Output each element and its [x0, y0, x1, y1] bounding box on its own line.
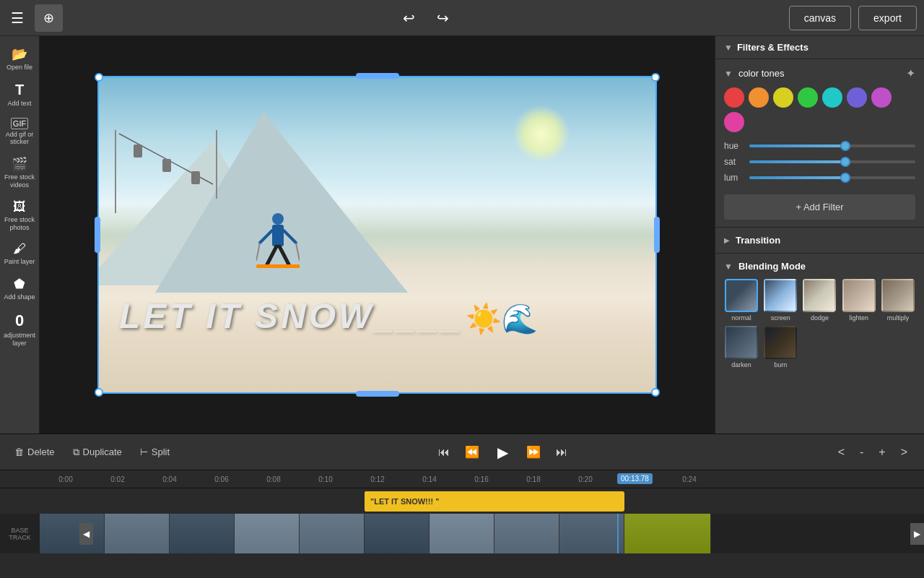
- video-thumb-10: [624, 514, 711, 553]
- text-overlay: LET IT SNOW____: [119, 296, 463, 336]
- swatch-purple[interactable]: [871, 87, 892, 108]
- step-forward-button[interactable]: ⏩: [520, 441, 546, 462]
- lum-slider[interactable]: [749, 176, 915, 179]
- ruler-mark-014: 0:14: [404, 475, 456, 483]
- zoom-back-button[interactable]: <: [832, 444, 850, 461]
- sidebar-item-add-text[interactable]: T Add text: [0, 77, 39, 112]
- duplicate-label: Duplicate: [83, 447, 122, 457]
- sidebar-item-add-shape[interactable]: ⬟ Add shape: [0, 272, 39, 306]
- step-back-button[interactable]: ⏪: [459, 441, 485, 462]
- delete-button[interactable]: 🗑 Delete: [11, 443, 58, 461]
- export-button[interactable]: export: [858, 6, 917, 30]
- blend-thumb-screen: [764, 279, 797, 312]
- scroll-left-button[interactable]: ◀: [79, 523, 93, 545]
- blend-normal[interactable]: normal: [724, 279, 759, 322]
- sidebar-label-paint-layer: Paint layer: [4, 258, 35, 266]
- zoom-minus-button[interactable]: -: [854, 444, 869, 461]
- blend-thumb-lighten: [842, 279, 876, 312]
- ruler-mark-020: 0:20: [559, 475, 611, 483]
- undo-button[interactable]: ↩: [396, 6, 422, 30]
- zoom-plus-button[interactable]: +: [873, 444, 891, 461]
- sidebar-item-adjustment[interactable]: 0 adjustment layer: [0, 307, 39, 352]
- playhead: [617, 514, 619, 553]
- transition-section[interactable]: ▶ Transition: [715, 228, 924, 254]
- svg-line-10: [256, 243, 260, 261]
- hamburger-button[interactable]: ☰: [7, 6, 27, 30]
- timeline-tracks: "LET IT SNOW!!! " BASE TRACK ◀: [0, 488, 924, 578]
- svg-rect-14: [256, 264, 282, 268]
- blend-darken[interactable]: darken: [724, 326, 759, 368]
- sidebar-item-open-file[interactable]: 📂 Open file: [0, 42, 39, 76]
- split-button[interactable]: ⊢ Split: [136, 443, 173, 461]
- blend-thumb-multiply: [881, 279, 915, 312]
- swatch-orange[interactable]: [749, 87, 769, 108]
- swatch-yellow[interactable]: [773, 87, 793, 108]
- video-thumb-8: [494, 514, 559, 553]
- color-tones-section: ▼ color tones ✦ hue: [715, 59, 924, 228]
- hue-slider[interactable]: [749, 144, 915, 147]
- sidebar-item-free-stock-videos[interactable]: 🎬 Free stock videos: [0, 152, 39, 194]
- hue-label: hue: [724, 141, 742, 151]
- video-container[interactable]: LET IT SNOW____ ☀️🌊: [97, 76, 657, 394]
- blend-label-normal: normal: [731, 314, 751, 322]
- add-filter-button[interactable]: + Add Filter: [724, 194, 915, 220]
- sat-slider-row: sat: [724, 157, 915, 167]
- sat-slider[interactable]: [749, 160, 915, 163]
- star-icon[interactable]: ✦: [906, 66, 915, 80]
- zoom-controls: < - + >: [832, 444, 913, 461]
- blend-burn[interactable]: burn: [763, 326, 798, 368]
- base-track-content[interactable]: ◀ ▶: [40, 514, 924, 553]
- swatch-blue[interactable]: [847, 87, 867, 108]
- swatch-cyan[interactable]: [822, 87, 842, 108]
- sidebar-label-adjustment: adjustment layer: [3, 332, 36, 348]
- playback-controls: 🗑 Delete ⧉ Duplicate ⊢ Split ⏮ ⏪ ▶ ⏩ ⏭ <…: [0, 434, 924, 470]
- scroll-right-button[interactable]: ▶: [910, 523, 924, 545]
- add-gif-icon: GIF: [11, 118, 28, 129]
- blend-screen[interactable]: screen: [763, 279, 798, 322]
- sidebar-label-add-gif: Add gif or sticker: [3, 131, 36, 147]
- svg-line-8: [260, 230, 272, 243]
- canvas-button[interactable]: canvas: [789, 6, 851, 30]
- blend-lighten[interactable]: lighten: [842, 279, 876, 322]
- sidebar-item-add-gif[interactable]: GIF Add gif or sticker: [0, 113, 39, 151]
- delete-icon: 🗑: [14, 447, 24, 457]
- skier-figure: [256, 210, 300, 285]
- skip-to-start-button[interactable]: ⏮: [432, 442, 456, 462]
- duplicate-button[interactable]: ⧉ Duplicate: [69, 443, 126, 462]
- ruler-mark-002: 0:02: [92, 475, 144, 483]
- blend-label-burn: burn: [774, 361, 787, 368]
- redo-button[interactable]: ↪: [430, 6, 456, 30]
- sidebar-item-paint-layer[interactable]: 🖌 Paint layer: [0, 237, 39, 270]
- zoom-forward-button[interactable]: >: [895, 444, 913, 461]
- text-clip[interactable]: "LET IT SNOW!!! ": [365, 491, 624, 512]
- svg-rect-3: [191, 171, 200, 184]
- emoji-overlay: ☀️🌊: [466, 302, 538, 336]
- collapse-blending-icon[interactable]: ▼: [724, 262, 733, 272]
- blend-dodge[interactable]: dodge: [802, 279, 837, 322]
- collapse-color-tones-icon[interactable]: ▼: [724, 69, 733, 79]
- collapse-filters-icon[interactable]: ▼: [724, 43, 733, 53]
- blending-grid: normal screen dodge lighten: [724, 279, 915, 368]
- skip-to-end-button[interactable]: ⏭: [550, 442, 573, 462]
- swatch-green[interactable]: [798, 87, 818, 108]
- hue-thumb[interactable]: [840, 141, 850, 151]
- swatch-red[interactable]: [724, 87, 744, 108]
- adjustment-icon: 0: [15, 311, 24, 330]
- free-stock-videos-icon: 🎬: [12, 156, 27, 172]
- play-button[interactable]: ▶: [489, 440, 517, 465]
- move-tool-button[interactable]: ⊕: [35, 4, 63, 32]
- sat-thumb[interactable]: [840, 157, 850, 167]
- video-area: LET IT SNOW____ ☀️🌊: [40, 36, 715, 434]
- svg-rect-7: [272, 225, 284, 246]
- text-track: "LET IT SNOW!!! ": [0, 488, 924, 514]
- lum-thumb[interactable]: [840, 173, 850, 183]
- svg-line-9: [284, 230, 296, 243]
- swatch-pink[interactable]: [724, 112, 744, 132]
- sidebar-item-free-stock-photos[interactable]: 🖼 Free stock photos: [0, 195, 39, 236]
- sidebar-label-free-stock-photos: Free stock photos: [3, 216, 36, 232]
- blend-multiply[interactable]: multiply: [881, 279, 915, 322]
- ruler-mark-008: 0:08: [248, 475, 300, 483]
- edit-actions: 🗑 Delete ⧉ Duplicate ⊢ Split: [11, 443, 173, 462]
- blend-label-lighten: lighten: [849, 314, 868, 322]
- blending-mode-section: ▼ Blending Mode normal screen dodge: [715, 254, 924, 376]
